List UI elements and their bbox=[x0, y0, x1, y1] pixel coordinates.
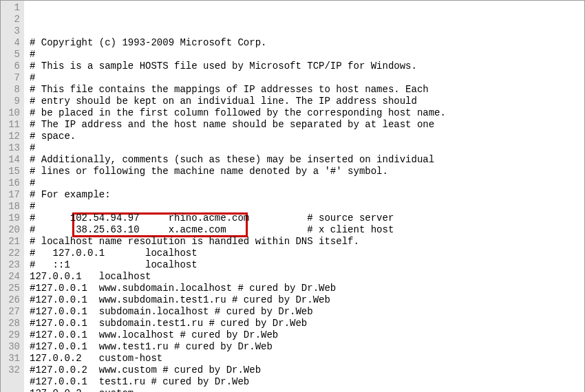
line-number: 31 bbox=[6, 353, 20, 364]
code-line[interactable]: # bbox=[24, 177, 584, 189]
code-line[interactable]: #127.0.0.1 www.subdomain.localhost # cur… bbox=[24, 283, 584, 294]
code-line[interactable]: # be placed in the first column followed… bbox=[24, 107, 584, 119]
code-line[interactable]: # For example: bbox=[24, 189, 584, 201]
line-number: 14 bbox=[6, 154, 20, 166]
line-number: 12 bbox=[6, 131, 20, 142]
line-number: 1 bbox=[6, 2, 20, 14]
code-line[interactable]: # 38.25.63.10 x.acme.com # x client host bbox=[24, 224, 584, 236]
line-number: 7 bbox=[6, 72, 20, 84]
line-number: 11 bbox=[6, 119, 20, 131]
code-line[interactable]: #127.0.0.1 subdomain.test1.ru # cured by… bbox=[24, 318, 584, 329]
code-line[interactable]: #127.0.0.1 test1.ru # cured by Dr.Web bbox=[24, 376, 584, 388]
line-number: 18 bbox=[6, 201, 20, 213]
code-line[interactable]: # localhost name resolution is handled w… bbox=[24, 236, 584, 248]
code-line[interactable]: # 102.54.94.97 rhino.acme.com # source s… bbox=[24, 213, 584, 224]
code-line[interactable]: # ::1 localhost bbox=[24, 259, 584, 271]
line-number: 26 bbox=[6, 294, 20, 306]
line-number: 10 bbox=[6, 107, 20, 119]
code-editor[interactable]: 1234567891011121314151617181920212223242… bbox=[1, 1, 584, 392]
line-number: 17 bbox=[6, 189, 20, 201]
code-line[interactable]: # Copyright (c) 1993-2009 Microsoft Corp… bbox=[24, 37, 584, 49]
code-area[interactable]: # Copyright (c) 1993-2009 Microsoft Corp… bbox=[24, 1, 584, 392]
code-line[interactable]: # bbox=[24, 142, 584, 154]
line-number: 25 bbox=[6, 283, 20, 294]
code-line[interactable]: # This file contains the mappings of IP … bbox=[24, 84, 584, 96]
code-line[interactable]: 127.0.0.2 custom bbox=[24, 388, 584, 392]
code-line[interactable]: # entry should be kept on an individual … bbox=[24, 96, 584, 107]
line-number: 6 bbox=[6, 61, 20, 72]
line-number: 28 bbox=[6, 318, 20, 329]
line-number: 32 bbox=[6, 364, 20, 376]
code-line[interactable]: # The IP address and the host name shoul… bbox=[24, 119, 584, 131]
code-line[interactable]: # 127.0.0.1 localhost bbox=[24, 248, 584, 259]
line-number: 15 bbox=[6, 166, 20, 177]
line-number: 27 bbox=[6, 306, 20, 318]
code-line[interactable]: #127.0.0.2 www.custom # cured by Dr.Web bbox=[24, 364, 584, 376]
code-line[interactable]: #127.0.0.1 www.subdomain.test1.ru # cure… bbox=[24, 294, 584, 306]
code-line[interactable]: # Additionally, comments (such as these)… bbox=[24, 154, 584, 166]
line-number-gutter: 1234567891011121314151617181920212223242… bbox=[1, 1, 24, 392]
line-number: 4 bbox=[6, 37, 20, 49]
line-number: 29 bbox=[6, 329, 20, 341]
code-line[interactable]: #127.0.0.1 www.localhost # cured by Dr.W… bbox=[24, 329, 584, 341]
code-line[interactable]: # lines or following the machine name de… bbox=[24, 166, 584, 177]
line-number: 13 bbox=[6, 142, 20, 154]
code-line[interactable]: # bbox=[24, 49, 584, 61]
line-number: 5 bbox=[6, 49, 20, 61]
code-line[interactable]: # bbox=[24, 72, 584, 84]
line-number: 23 bbox=[6, 259, 20, 271]
line-number: 3 bbox=[6, 25, 20, 37]
line-number: 8 bbox=[6, 84, 20, 96]
line-number: 19 bbox=[6, 213, 20, 224]
line-number: 30 bbox=[6, 341, 20, 353]
code-line[interactable]: 127.0.0.2 custom-host bbox=[24, 353, 584, 364]
line-number: 20 bbox=[6, 224, 20, 236]
line-number: 22 bbox=[6, 248, 20, 259]
code-line[interactable]: # This is a sample HOSTS file used by Mi… bbox=[24, 61, 584, 72]
line-number: 21 bbox=[6, 236, 20, 248]
line-number: 2 bbox=[6, 14, 20, 25]
line-number: 16 bbox=[6, 177, 20, 189]
code-line[interactable]: 127.0.0.1 localhost bbox=[24, 271, 584, 283]
line-number: 24 bbox=[6, 271, 20, 283]
code-line[interactable]: #127.0.0.1 subdomain.localhost # cured b… bbox=[24, 306, 584, 318]
code-line[interactable]: #127.0.0.1 www.test1.ru # cured by Dr.We… bbox=[24, 341, 584, 353]
line-number: 9 bbox=[6, 96, 20, 107]
code-line[interactable]: # bbox=[24, 201, 584, 213]
code-line[interactable]: # space. bbox=[24, 131, 584, 142]
